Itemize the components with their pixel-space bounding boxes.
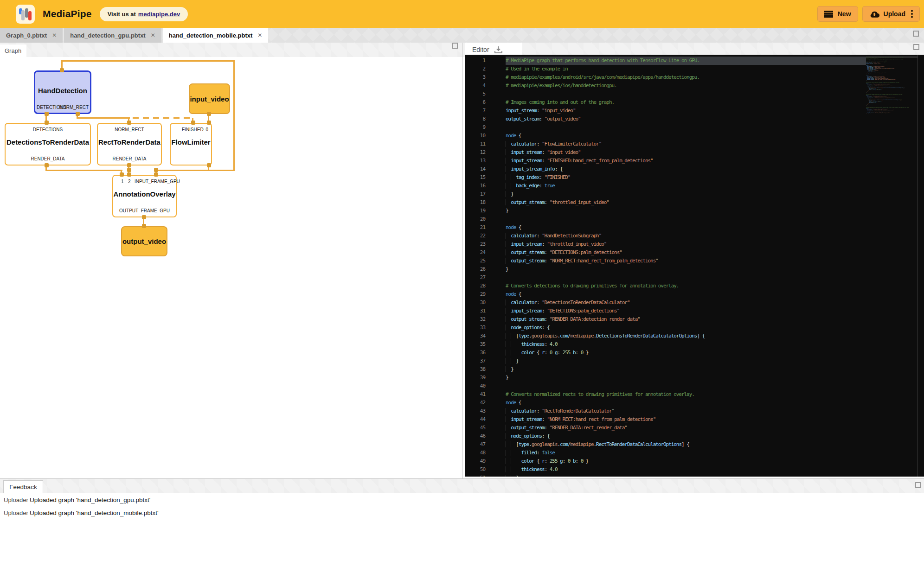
code-line[interactable]: 25 output_stream: "NORM_RECT:hand_rect_f… — [465, 257, 924, 265]
port — [45, 112, 49, 116]
code-line[interactable]: 43 calculator: "RectToRenderDataCalculat… — [465, 407, 924, 415]
edge — [233, 60, 235, 171]
code-line[interactable]: 38 } — [465, 365, 924, 374]
scrollbar-gutter[interactable] — [918, 55, 918, 477]
code-line[interactable]: 28# Converts detections to drawing primi… — [465, 282, 924, 290]
maximize-icon[interactable] — [913, 31, 919, 37]
tab-hand-detection-mobile-pbtxt[interactable]: hand_detection_mobile.pbtxt ✕ — [163, 28, 269, 43]
tab-feedback-panel[interactable]: Feedback — [3, 480, 43, 493]
logo-bar-lightgray — [21, 10, 25, 20]
code-line[interactable]: 20 — [465, 215, 924, 223]
code-line[interactable]: 14 input_stream_info: { — [465, 165, 924, 173]
code-line[interactable]: 8output_stream: "output_video" — [465, 115, 924, 123]
close-icon[interactable]: ✕ — [52, 32, 57, 38]
kebab-icon[interactable] — [911, 13, 913, 15]
code-line[interactable]: 40 — [465, 382, 924, 390]
graph-node-flow-limiter[interactable]: FINISHED 0 FlowLimiter — [170, 123, 212, 166]
maximize-icon[interactable] — [913, 44, 919, 50]
code-line[interactable]: 22 calculator: "HandDetectionSubgraph" — [465, 232, 924, 240]
code-line[interactable]: 12 input_stream: "input_video" — [465, 148, 924, 157]
upload-button-label: Upload — [884, 10, 905, 18]
top-bar: MediaPipe Visit us at mediapipe.dev New … — [0, 0, 924, 28]
code-line[interactable]: 4# mediapipie/examples/ios/handdetection… — [465, 82, 924, 90]
code-line[interactable]: 51 } — [465, 474, 924, 477]
code-line[interactable]: 16 back_edge: true — [465, 182, 924, 190]
code-line[interactable]: 11 calculator: "FlowLimiterCalculator" — [465, 140, 924, 148]
code-line[interactable]: 50 thickness: 4.0 — [465, 465, 924, 474]
port — [191, 121, 195, 125]
code-line[interactable]: 29node { — [465, 290, 924, 299]
download-icon[interactable] — [494, 46, 503, 54]
tab-graph-0-pbtxt[interactable]: Graph_0.pbtxt ✕ — [0, 28, 63, 43]
code-line[interactable]: 2# Used in the example in — [465, 65, 924, 73]
code-line[interactable]: 36 color { r: 0 g: 255 b: 0 } — [465, 349, 924, 357]
graph-node-hand-detection[interactable]: HandDetection DETECTIONS NORM_RECT — [34, 70, 91, 114]
graph-canvas[interactable] — [0, 57, 462, 478]
back-edge-dashed — [133, 117, 191, 119]
maximize-icon[interactable] — [452, 43, 458, 49]
code-line[interactable]: 17 } — [465, 190, 924, 198]
port — [207, 121, 211, 125]
mediapipe-dev-link[interactable]: mediapipe.dev — [138, 11, 180, 18]
code-line[interactable]: 45 output_stream: "RENDER_DATA:rect_rend… — [465, 424, 924, 432]
code-line[interactable]: 30 calculator: "DetectionsToRenderDataCa… — [465, 299, 924, 307]
code-line[interactable]: 34 [type.googleapis.com/mediapipe.Detect… — [465, 332, 924, 340]
edge — [45, 170, 122, 171]
graph-node-rect-to-render-data[interactable]: NORM_RECT RectToRenderData RENDER_DATA — [97, 123, 162, 166]
code-line[interactable]: 1# MediaPipe graph that performs hand de… — [465, 57, 924, 65]
tab-graph-panel[interactable]: Graph — [0, 45, 26, 57]
code-line[interactable]: 46 node_options: { — [465, 432, 924, 440]
close-icon[interactable]: ✕ — [257, 32, 262, 38]
code-line[interactable]: 27 — [465, 274, 924, 282]
code-line[interactable]: 19} — [465, 207, 924, 215]
tab-hand-detection-gpu-pbtxt[interactable]: hand_detection_gpu.pbtxt ✕ — [64, 28, 161, 43]
code-line[interactable]: 48 filled: false — [465, 449, 924, 457]
code-area[interactable]: 1# MediaPipe graph that performs hand de… — [465, 55, 924, 477]
log-row: UploaderUploaded graph 'hand_detection_m… — [0, 508, 159, 518]
upload-button[interactable]: Upload — [862, 6, 920, 22]
edge — [156, 170, 235, 171]
code-line[interactable]: 41# Converts normalized rects to drawing… — [465, 390, 924, 399]
log-message: Uploaded graph 'hand_detection_gpu.pbtxt… — [30, 497, 150, 503]
new-button[interactable]: New — [817, 6, 858, 22]
code-line[interactable]: 24 output_stream: "DETECTIONS:palm_detec… — [465, 248, 924, 257]
code-line[interactable]: 15 tag_index: "FINISHED" — [465, 173, 924, 182]
code-line[interactable]: 7input_stream: "input_video" — [465, 107, 924, 115]
code-line[interactable]: 10node { — [465, 132, 924, 140]
log-row: UploaderUploaded graph 'hand_detection_g… — [0, 495, 150, 505]
panel-divider[interactable] — [462, 43, 463, 478]
code-line[interactable]: 47 [type.googleapis.com/mediapipe.RectTo… — [465, 440, 924, 449]
code-line[interactable]: 26} — [465, 265, 924, 274]
code-line[interactable]: 44 input_stream: "NORM_RECT:hand_rect_fr… — [465, 415, 924, 424]
code-line[interactable]: 5 — [465, 90, 924, 98]
code-line[interactable]: 39} — [465, 374, 924, 382]
mediapipe-logo-icon — [16, 5, 35, 24]
code-line[interactable]: 31 input_stream: "DETECTIONS:palm_detect… — [465, 307, 924, 315]
code-line[interactable]: 13 input_stream: "FINISHED:hand_rect_fro… — [465, 157, 924, 165]
code-editor[interactable]: 1# MediaPipe graph that performs hand de… — [465, 55, 924, 477]
code-line[interactable]: 37 } — [465, 357, 924, 365]
visit-pill: Visit us at mediapipe.dev — [100, 7, 188, 21]
new-button-label: New — [838, 10, 851, 18]
code-line[interactable]: 21node { — [465, 223, 924, 232]
code-line[interactable]: 35 thickness: 4.0 — [465, 340, 924, 349]
close-icon[interactable]: ✕ — [151, 32, 155, 38]
code-line[interactable]: 18 output_stream: "throttled_input_video… — [465, 198, 924, 207]
code-line[interactable]: 33 node_options: { — [465, 324, 924, 332]
code-line[interactable]: 23 input_stream: "throttled_input_video" — [465, 240, 924, 248]
minimap-line: # Converts normalized rects to drawing p… — [866, 94, 909, 95]
graph-node-output-video[interactable]: output_video — [121, 226, 167, 256]
minimap[interactable]: # MediaPipe graph that performs hand det… — [866, 57, 909, 114]
graph-node-detections-to-render-data[interactable]: DETECTIONS DetectionsToRenderData RENDER… — [5, 123, 91, 166]
maximize-icon[interactable] — [915, 482, 921, 488]
code-line[interactable]: 9 — [465, 123, 924, 132]
graph-node-input-video[interactable]: input_video — [189, 83, 230, 114]
log-source: Uploader — [0, 497, 30, 503]
code-line[interactable]: 42node { — [465, 399, 924, 407]
code-line[interactable]: 3# mediapipie/examples/android/src/java/… — [465, 73, 924, 82]
code-line[interactable]: 49 color { r: 255 g: 0 b: 0 } — [465, 457, 924, 465]
code-line[interactable]: 6# Images coming into and out of the gra… — [465, 98, 924, 107]
graph-node-annotation-overlay[interactable]: 1 2 INPUT_FRAME_GPU AnnotationOverlay OU… — [112, 175, 177, 217]
port — [142, 224, 146, 228]
code-line[interactable]: 32 output_stream: "RENDER_DATA:detection… — [465, 315, 924, 324]
